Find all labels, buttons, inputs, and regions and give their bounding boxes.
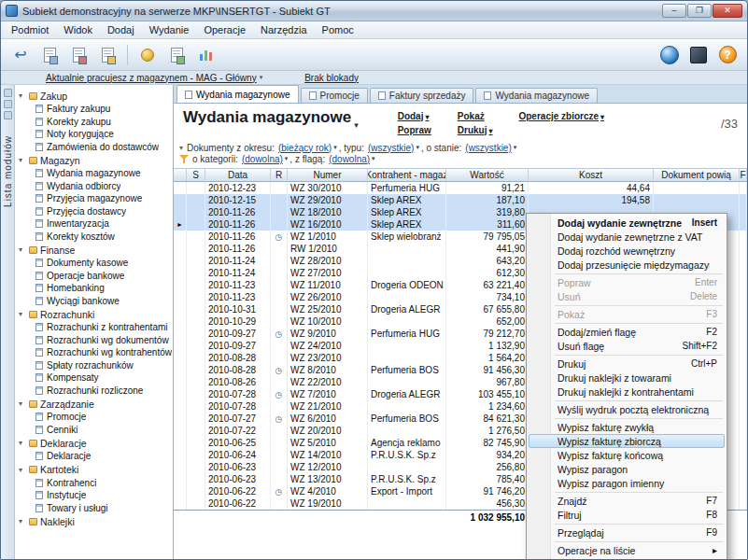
column-header-f[interactable]: F xyxy=(740,169,747,180)
sidebar-item-wydania-magazynowe[interactable]: Wydania magazynowe xyxy=(15,167,173,180)
panel-button-icon[interactable] xyxy=(4,111,12,119)
menu-item[interactable]: Dodaj xyxy=(100,22,142,37)
help-button[interactable]: ? xyxy=(715,43,740,67)
context-menu-item-wyslij-wydruk-poczta-elektroniczna[interactable]: Wyślij wydruk pocztą elektroniczną xyxy=(529,402,725,416)
report-button[interactable] xyxy=(193,43,218,67)
column-header-data[interactable]: Data xyxy=(205,169,271,180)
tab[interactable]: Faktury sprzedaży xyxy=(370,88,474,103)
context-menu-item-drukuj[interactable]: DrukujCtrl+P xyxy=(529,357,725,371)
sidebar-group-naklejki[interactable]: ▾Naklejki xyxy=(15,514,173,528)
correction-document-button[interactable] xyxy=(66,43,91,67)
sidebar-item-zamowienia-do-dostawcow[interactable]: Zamówienia do dostawców xyxy=(15,141,173,154)
sidebar-item-rozrachunki-z-kontrahentami[interactable]: Rozrachunki z kontrahentami xyxy=(15,321,173,334)
filter-value-link[interactable]: (wszystkie) xyxy=(465,143,511,153)
sidebar-group-deklaracje[interactable]: ▾Deklaracje xyxy=(15,436,173,450)
sidebar-item-rozrachunki-wg-kontrahentow[interactable]: Rozrachunki wg kontrahentów xyxy=(15,346,173,359)
sidebar-item-operacje-bankowe[interactable]: Operacje bankowe xyxy=(15,270,173,283)
context-menu-item-dodaj-przesuniecie-miedzymagazynowe[interactable]: Dodaj przesunięcie międzymagazynowe xyxy=(529,258,725,272)
minimize-button[interactable]: – xyxy=(662,4,686,18)
filter-value-link[interactable]: (dowolna) xyxy=(329,154,370,164)
context-menu-item-filtruj[interactable]: FiltrujF8 xyxy=(529,508,725,522)
page-action-button[interactable]: Popraw▾ xyxy=(398,125,431,139)
sidebar-item-rozrachunki-wg-dokumentow[interactable]: Rozrachunki wg dokumentów xyxy=(15,334,173,347)
sidebar-group-finanse[interactable]: ▾Finanse xyxy=(15,243,173,257)
page-action-button[interactable]: Dodaj▾ xyxy=(398,111,431,125)
menu-item[interactable]: Podmiot xyxy=(4,22,56,37)
context-menu-item-dodaj-rozchod-wewnetrzny[interactable]: Dodaj rozchód wewnętrzny xyxy=(529,244,725,258)
menu-item[interactable]: Operacje xyxy=(196,22,253,37)
sidebar-item-inwentaryzacja[interactable]: Inwentaryzacja xyxy=(15,217,173,231)
page-action-button[interactable]: Operacje zbiorcze▾ xyxy=(518,111,604,125)
sidebar-group-kartoteki[interactable]: ▾Kartoteki xyxy=(15,463,173,477)
sidebar-item-wydania-odbiorcy[interactable]: Wydania odbiorcy xyxy=(15,180,173,193)
page-action-button[interactable]: Drukuj▾ xyxy=(458,125,493,139)
sidebar-item-homebanking[interactable]: Homebanking xyxy=(15,282,173,295)
sidebar-item-korekty-kosztow[interactable]: Korekty kosztów xyxy=(15,231,173,244)
sidebar-item-korekty-zakupu[interactable]: Korekty zakupu xyxy=(15,116,173,129)
sidebar-item-kompensaty[interactable]: Kompensaty xyxy=(15,371,173,385)
context-menu-item-wypisz-paragon-imienny[interactable]: Wypisz paragon imienny xyxy=(529,476,725,490)
filter-collapse-icon[interactable]: ▾ xyxy=(179,144,183,152)
sidebar-group-zarzadzanie[interactable]: ▾Zarządzanie xyxy=(15,397,173,411)
sidebar-item-faktury-zakupu[interactable]: Faktury zakupu xyxy=(15,103,173,116)
cash-button[interactable] xyxy=(135,43,160,67)
context-menu-item-wypisz-fakture-zwykla[interactable]: Wypisz fakturę zwykłą xyxy=(529,420,725,434)
context-menu-item-dodaj-wydanie-zewnetrzne-z-vat[interactable]: Dodaj wydanie zewnętrzne z VAT xyxy=(529,230,725,244)
context-menu-item-usun-flage[interactable]: Usuń flagęShift+F2 xyxy=(529,339,725,353)
sidebar-item-dokumenty-kasowe[interactable]: Dokumenty kasowe xyxy=(15,257,173,270)
context-menu-item-wypisz-paragon[interactable]: Wypisz paragon xyxy=(529,462,725,476)
tab[interactable]: Promocje xyxy=(301,88,368,103)
context-menu-item-drukuj-naklejki-z-kontrahentami[interactable]: Drukuj naklejki z kontrahentami xyxy=(529,385,725,399)
sidebar-item-towary-i-uslugi[interactable]: Towary i usługi xyxy=(15,502,173,515)
sidebar-group-zakup[interactable]: ▾Zakup xyxy=(15,89,173,103)
context-menu-item-drukuj-naklejki-z-towarami[interactable]: Drukuj naklejki z towarami xyxy=(529,371,725,385)
tab[interactable]: Wydania magazynowe xyxy=(176,85,299,103)
column-header-wartosc[interactable]: Wartość xyxy=(446,169,529,180)
column-header-kontrahent[interactable]: Kontrahent - magaz xyxy=(368,169,446,180)
context-menu-item-przegladaj[interactable]: PrzeglądajF9 xyxy=(529,525,725,539)
context-menu-item-znajdz[interactable]: ZnajdźF7 xyxy=(529,494,725,508)
sidebar-item-noty-korygujace[interactable]: Noty korygujące xyxy=(15,128,173,141)
sidebar-item-kontrahenci[interactable]: Kontrahenci xyxy=(15,477,173,490)
bank-document-button[interactable] xyxy=(164,43,189,67)
table-row[interactable]: 2010-12-15WZ 29/2010Sklep AREX187,10194,… xyxy=(174,194,747,206)
menu-item[interactable]: Wydanie xyxy=(142,22,197,37)
context-menu-item-wypisz-fakture-koncowa[interactable]: Wypisz fakturę końcową xyxy=(529,448,725,462)
sidebar-item-splaty-rozrachunkow[interactable]: Spłaty rozrachunków xyxy=(15,359,173,372)
column-header-numer[interactable]: Numer xyxy=(288,169,368,180)
panel-button-icon[interactable] xyxy=(4,89,12,97)
menu-item[interactable]: Widok xyxy=(56,22,100,37)
tab[interactable]: Wydania magazynowe xyxy=(475,88,598,103)
close-button[interactable]: ✕ xyxy=(713,4,742,18)
filter-value-link[interactable]: (dowolna) xyxy=(242,154,283,164)
column-header-r[interactable]: R xyxy=(271,169,288,180)
lock-status-link[interactable]: Brak blokady xyxy=(304,73,359,83)
active-warehouse-link[interactable]: Aktualnie pracujesz z magazynem - MAG - … xyxy=(46,73,257,83)
new-document-button[interactable] xyxy=(37,43,62,67)
column-header-koszt[interactable]: Koszt xyxy=(529,169,654,180)
column-header-s[interactable]: S xyxy=(187,169,205,180)
page-title-dropdown-icon[interactable]: ▾ xyxy=(354,120,359,130)
filter-value-link[interactable]: (wszystkie) xyxy=(368,143,414,153)
filter-value-link[interactable]: (bieżący rok) xyxy=(278,143,332,153)
sidebar-item-promocje[interactable]: Promocje xyxy=(15,411,173,424)
column-header-dokument[interactable]: Dokument powią xyxy=(654,169,740,180)
sidebar-item-przyjecia-magazynowe[interactable]: Przyjęcia magazynowe xyxy=(15,192,173,205)
menu-item[interactable]: Narzędzia xyxy=(253,22,315,37)
note-document-button[interactable] xyxy=(95,43,120,67)
sidebar-item-rozrachunki-rozliczone[interactable]: Rozrachunki rozliczone xyxy=(15,385,173,398)
page-action-button[interactable]: Pokaż▾ xyxy=(458,111,493,125)
sidebar-group-magazyn[interactable]: ▾Magazyn xyxy=(15,153,173,167)
modules-button[interactable] xyxy=(686,43,711,67)
sidebar-item-przyjecia-dostawcy[interactable]: Przyjęcia dostawcy xyxy=(15,205,173,218)
back-button[interactable]: ↩ xyxy=(8,43,33,67)
menu-item[interactable]: Pomoc xyxy=(315,22,361,37)
maximize-button[interactable]: ❐ xyxy=(687,4,712,18)
context-menu-item-dodaj-zmien-flage[interactable]: Dodaj/zmień flagęF2 xyxy=(529,325,725,339)
table-row[interactable]: 2010-12-23WZ 30/2010Perfumeria HUG91,214… xyxy=(174,182,747,194)
sidebar-item-deklaracje[interactable]: Deklaracje xyxy=(15,450,173,463)
sidebar-item-cenniki[interactable]: Cenniki xyxy=(15,424,173,437)
sidebar-item-instytucje[interactable]: Instytucje xyxy=(15,489,173,502)
sidebar-group-rozrachunki[interactable]: ▾Rozrachunki xyxy=(15,307,173,321)
sidebar-item-wyciagi-bankowe[interactable]: Wyciągi bankowe xyxy=(15,295,173,308)
